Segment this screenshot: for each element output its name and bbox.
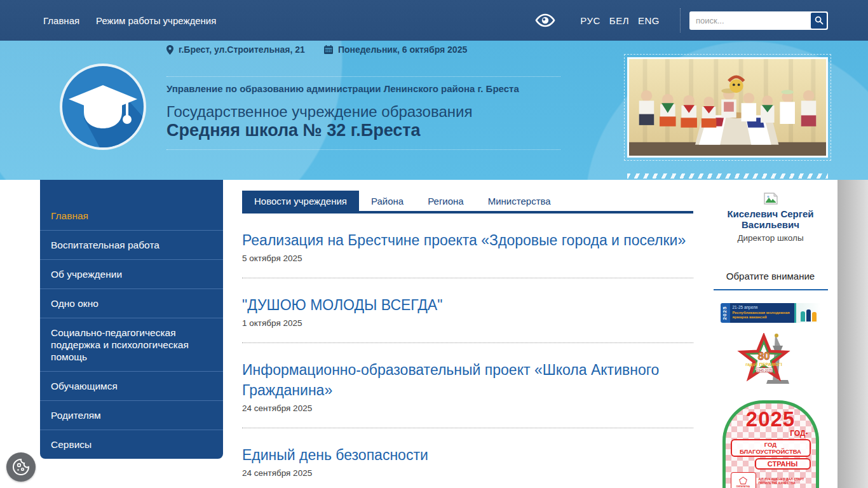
school-name-title: Средняя школа № 32 г.Бреста [166, 121, 560, 140]
address-row: г.Брест, ул.Строительная, 21 Понедельник… [166, 44, 467, 55]
sidebar-item-home[interactable]: Главная [40, 201, 223, 230]
search-button[interactable] [811, 13, 827, 29]
news-separator [242, 342, 693, 343]
sidebar-item-parents[interactable]: Родителям [40, 400, 223, 430]
sidebar-item-services[interactable]: Сервисы [40, 430, 223, 459]
sidebar-item-upbringing[interactable]: Воспитательная работа [40, 230, 223, 259]
news-title[interactable]: Информационно-образовательный проект «Шк… [242, 360, 693, 400]
lang-rus[interactable]: РУС [580, 15, 600, 26]
victory-caption: гадоў ПЕРАМОГІ [745, 362, 782, 367]
top-bar-right: РУС БЕЛ ENG [534, 0, 828, 41]
news-date: 24 сентября 2025 [242, 403, 693, 413]
news-date: 24 сентября 2025 [242, 468, 693, 478]
department-title: Управление по образованию администрации … [166, 83, 560, 94]
location-pin-icon [166, 45, 173, 55]
quality-mark-badge: ⬠ ПЯТИЛЕТКА КАЧЕСТВА [731, 472, 756, 488]
sidebar-menu: Главная Воспитательная работа Об учрежде… [40, 180, 223, 459]
banner-vacancy-text: 21-25 апреля Республиканская молодежная … [730, 303, 794, 323]
banner-year-strip: 2025 [721, 303, 730, 323]
site-header: г.Брест, ул.Строительная, 21 Понедельник… [0, 41, 868, 180]
nav-home-link[interactable]: Главная [43, 15, 79, 26]
news-tabs: Новости учреждения Района Региона Минист… [242, 191, 693, 214]
page-right-margin [837, 180, 868, 488]
banner-vacancy-fair[interactable]: 2025 21-25 апреля Республиканская молоде… [721, 303, 821, 323]
right-sidebar: Киселевич Сергей Васильевич Директор шко… [703, 180, 837, 488]
search-box [689, 11, 828, 30]
school-logo-graduation-cap[interactable] [58, 62, 147, 151]
news-date: 5 октября 2025 [242, 254, 693, 263]
banner-victory-star[interactable]: 80 гадоў ПЕРАМОГІ 1945-2025 [736, 333, 806, 385]
top-nav: Главная Режим работы учреждения [43, 15, 216, 26]
top-bar: Главная Режим работы учреждения РУС БЕЛ … [0, 0, 868, 41]
tab-district-news[interactable]: Района [359, 191, 416, 211]
cookie-settings-button[interactable] [6, 452, 36, 482]
nav-work-schedule-link[interactable]: Режим работы учреждения [96, 15, 216, 26]
accessibility-eye-icon[interactable] [534, 13, 556, 28]
search-divider [680, 8, 681, 32]
sidebar-item-about[interactable]: Об учреждении [40, 259, 223, 288]
tab-school-news[interactable]: Новости учреждения [242, 191, 359, 211]
search-input[interactable] [689, 11, 828, 30]
header-photo [627, 57, 828, 158]
news-title[interactable]: Единый день безопасности [242, 445, 693, 465]
header-titles: Управление по образованию администрации … [166, 76, 560, 150]
quality-pentagon-icon: ⬠ [739, 477, 747, 485]
attention-heading: Обратите внимание [703, 271, 837, 281]
news-section: Новости учреждения Района Региона Минист… [242, 180, 693, 488]
sidebar-item-social-support[interactable]: Социально-педагогическая поддержка и пси… [40, 318, 223, 371]
attention-underline [714, 289, 828, 290]
sidebar-item-one-window[interactable]: Одно окно [40, 288, 223, 318]
banner-2025-caption: А.Г. ЛУКАШЕНКО ДАЛ СТАРТ ПЯТИЛЕТКЕ КАЧЕС… [759, 472, 811, 485]
news-item: Реализация на Брестчине проекта «Здоровы… [242, 230, 693, 278]
banner-vacancy-dates: 21-25 апреля [733, 305, 792, 309]
tab-ministry-news[interactable]: Министерства [476, 191, 563, 211]
banner-year-2025[interactable]: 2025 ГОД- ГОД БЛАГОУСТРОЙСТВА СТРАНЫ ⬠ П… [722, 400, 819, 488]
date-text: Понедельник, 6 октября 2025 [338, 44, 467, 55]
diagonal-stripes-decor [627, 173, 828, 179]
news-date: 1 октября 2025 [242, 318, 693, 328]
news-item: Единый день безопасности 24 сентября 202… [242, 445, 693, 488]
banner-vacancy-title: Республиканская молодежная ярмарка вакан… [733, 311, 792, 320]
lang-eng[interactable]: ENG [638, 15, 660, 26]
news-separator [242, 428, 693, 428]
director-name[interactable]: Киселевич Сергей Васильевич [703, 208, 837, 230]
banner-2025-line2: СТРАНЫ [755, 458, 811, 470]
cookie-icon [12, 458, 30, 476]
news-item: "ДУШОЮ МОЛОДЫ ВСЕГДА" 1 октября 2025 [242, 295, 693, 343]
banner-2025-line1: ГОД БЛАГОУСТРОЙСТВА [731, 439, 811, 457]
victory-years: 1945-2025 [757, 369, 772, 372]
sidebar-item-students[interactable]: Обучающимся [40, 371, 223, 400]
broken-image-icon [764, 193, 778, 205]
victory-number: 80 [757, 350, 770, 362]
banner-people-figures [794, 303, 821, 323]
org-type-title: Государственное учреждение образования [166, 103, 560, 121]
tab-region-news[interactable]: Региона [416, 191, 476, 211]
lang-bel[interactable]: БЕЛ [609, 15, 629, 26]
news-separator [242, 278, 693, 278]
banner-2025-number: 2025 [726, 410, 816, 429]
search-icon [815, 16, 824, 25]
calendar-icon [324, 45, 333, 54]
news-item: Информационно-образовательный проект «Шк… [242, 360, 693, 428]
news-title[interactable]: Реализация на Брестчине проекта «Здоровы… [242, 230, 693, 250]
news-title[interactable]: "ДУШОЮ МОЛОДЫ ВСЕГДА" [242, 295, 693, 315]
language-switcher: РУС БЕЛ ENG [580, 15, 660, 26]
address-text: г.Брест, ул.Строительная, 21 [179, 44, 305, 55]
director-title: Директор школы [703, 233, 837, 243]
